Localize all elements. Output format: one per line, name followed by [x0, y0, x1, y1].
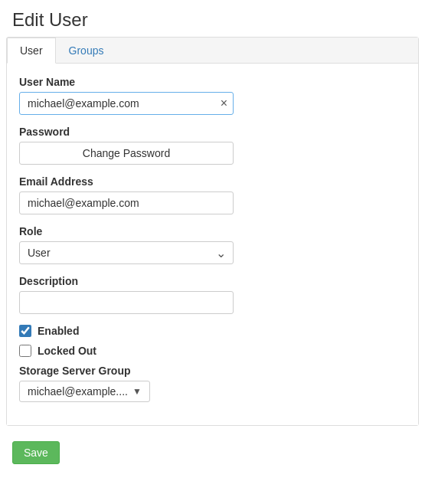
locked-out-group: Locked Out — [19, 345, 406, 357]
email-input[interactable] — [19, 191, 234, 214]
edit-user-card: User Groups User Name × Password Change … — [6, 37, 419, 426]
tab-user[interactable]: User — [7, 38, 56, 64]
role-select[interactable]: User Admin Viewer — [19, 241, 234, 264]
page-header: Edit User — [0, 0, 425, 37]
change-password-button[interactable]: Change Password — [19, 142, 234, 165]
password-group: Password Change Password — [19, 126, 406, 165]
email-label: Email Address — [19, 175, 406, 188]
tab-bar: User Groups — [7, 38, 418, 64]
storage-dropdown-arrow-icon: ▼ — [132, 386, 142, 397]
role-label: Role — [19, 225, 406, 237]
username-input[interactable] — [19, 92, 234, 115]
username-label: User Name — [19, 76, 406, 88]
storage-select-wrapper: michael@example.... ▼ — [19, 381, 150, 402]
role-select-wrapper: User Admin Viewer ⌄ — [19, 241, 234, 264]
password-label: Password — [19, 126, 406, 138]
username-clear-button[interactable]: × — [221, 97, 227, 110]
username-group: User Name × — [19, 76, 406, 115]
storage-select-button[interactable]: michael@example.... ▼ — [19, 381, 150, 402]
username-input-wrapper: × — [19, 92, 234, 115]
storage-server-group-label: Storage Server Group — [19, 365, 406, 377]
description-input[interactable] — [19, 291, 234, 314]
storage-select-value: michael@example.... — [28, 385, 128, 398]
page-title: Edit User — [12, 9, 413, 31]
locked-out-label[interactable]: Locked Out — [38, 345, 96, 357]
save-button[interactable]: Save — [12, 441, 60, 464]
locked-out-checkbox[interactable] — [19, 345, 31, 357]
role-group: Role User Admin Viewer ⌄ — [19, 225, 406, 264]
form-footer: Save — [0, 432, 425, 473]
form-body: User Name × Password Change Password Ema… — [7, 64, 418, 425]
storage-server-group: Storage Server Group michael@example....… — [19, 365, 406, 402]
enabled-checkbox[interactable] — [19, 325, 31, 337]
email-group: Email Address — [19, 175, 406, 214]
enabled-label[interactable]: Enabled — [38, 325, 79, 337]
description-group: Description — [19, 275, 406, 314]
enabled-group: Enabled — [19, 325, 406, 337]
description-label: Description — [19, 275, 406, 287]
tab-groups[interactable]: Groups — [56, 38, 117, 64]
